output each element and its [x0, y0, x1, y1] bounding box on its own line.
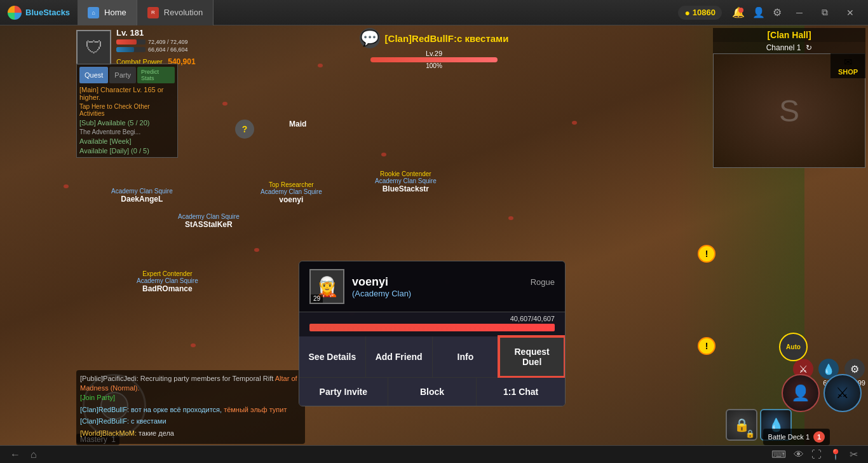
- see-details-button[interactable]: See Details: [299, 336, 365, 377]
- rose-petal: [508, 216, 513, 220]
- popup-hp-bar-fill: [309, 324, 555, 331]
- hp-row: 72,409 / 72,409: [116, 39, 193, 45]
- close-button[interactable]: ✕: [843, 5, 858, 20]
- taskbar-left: ← ⌂: [0, 449, 37, 460]
- chat-public-text: [Public]PacificJedi: Recruiting party me…: [80, 375, 275, 382]
- maximize-button[interactable]: ⧉: [817, 5, 832, 20]
- chat-world-sender: [World]BlackMoM:: [80, 429, 137, 437]
- popup-class: Rogue: [531, 277, 555, 287]
- titlebar-right: ● 10860 🔔 👤 ⚙ ─ ⧉ ✕: [678, 5, 868, 20]
- popup-buttons-row2: Party Invite Block 1:1 Chat: [299, 378, 565, 406]
- mp-text: 66,604 / 66,604: [148, 46, 193, 53]
- taskbar-scissors-icon[interactable]: ✂: [850, 448, 858, 460]
- titlebar-icons: 🔔 👤 ⚙: [732, 6, 782, 18]
- skill-slot-1[interactable]: 🔒🔒: [726, 409, 757, 441]
- chat-area: [Public]PacificJedi: Recruiting party me…: [76, 370, 305, 444]
- taskbar-home-icon[interactable]: ⌂: [31, 449, 37, 460]
- taskbar-expand-icon[interactable]: ⛶: [811, 449, 822, 460]
- chat-bubble-icon: 💬: [360, 28, 380, 48]
- account-icon[interactable]: 👤: [752, 6, 765, 18]
- party-invite-button[interactable]: Party Invite: [299, 378, 388, 406]
- warning-icon-1[interactable]: !: [698, 245, 715, 263]
- quest-tap-here[interactable]: Tap Here to Check Other Activities: [79, 103, 175, 117]
- chat-line-3: [Clan]RedBullF: с квестами: [80, 417, 301, 426]
- world-char-maid: Maid: [289, 120, 306, 128]
- block-button[interactable]: Block: [388, 378, 477, 406]
- quest-item-sub[interactable]: [Sub] Available (5 / 20): [79, 119, 175, 127]
- top-level-label: Lv.29: [426, 50, 442, 57]
- question-mark-icon: ?: [235, 120, 254, 139]
- popup-hp-area: 40,607/40,607: [299, 312, 565, 336]
- lock-icon-1: 🔒: [745, 429, 755, 438]
- notification-icon[interactable]: 🔔: [732, 6, 745, 18]
- game-area[interactable]: 🛡 Lv. 181 72,409 / 72,409 66,604 / 66,60…: [0, 25, 868, 463]
- add-friend-button[interactable]: Add Friend: [366, 336, 432, 377]
- shop-area[interactable]: ✉ SHOP: [831, 53, 865, 78]
- tab-home-label: Home: [104, 8, 126, 17]
- notif-dot: [738, 8, 743, 13]
- taskbar-right: ⌨ 👁 ⛶ 📍 ✂: [771, 448, 868, 460]
- clan-hall-title: [Clan Hall]: [713, 28, 865, 42]
- battle-deck-label: Battle Deck 1: [768, 433, 810, 441]
- taskbar-keyboard-icon[interactable]: ⌨: [771, 448, 786, 460]
- world-char-badromance: Expert Contender Academy Clan Squire Bad…: [137, 270, 198, 293]
- shop-icon: ✉: [844, 57, 852, 67]
- popup-char-name: voenyi: [352, 275, 388, 289]
- popup-name-area: voenyi Rogue (Academy Clan): [352, 275, 555, 298]
- points-value: 10860: [693, 8, 715, 17]
- quest-tab-party[interactable]: Party: [109, 67, 136, 83]
- rose-petal: [254, 248, 259, 252]
- chat-line-2: [Clan]RedBullF: вот на орке всё проходит…: [80, 405, 301, 415]
- warning-icon-2[interactable]: !: [698, 337, 715, 355]
- chat-clan-sender-2: [Clan]RedBullF:: [80, 417, 129, 425]
- home-tab-icon: ⌂: [88, 7, 99, 18]
- quest-panel: Quest Party Predict Stats [Main] Charact…: [76, 64, 178, 158]
- chat-world-text: такие дела: [139, 429, 174, 437]
- battle-deck[interactable]: Battle Deck 1 1: [763, 429, 830, 445]
- popup-level: 29: [311, 294, 323, 303]
- bluestacks-logo-icon: [8, 6, 22, 20]
- popup-clan-name: (Academy Clan): [352, 289, 555, 298]
- rose-petal: [64, 184, 69, 188]
- quest-item-main[interactable]: [Main] Character Lv. 165 or higher.: [79, 86, 175, 101]
- settings-icon[interactable]: ⚙: [773, 6, 782, 18]
- player-shield-icon: 🛡: [85, 37, 103, 58]
- info-button[interactable]: Info: [433, 336, 499, 377]
- popup-avatar: 🧝 29: [309, 269, 344, 304]
- request-duel-button[interactable]: Request Duel: [499, 336, 565, 377]
- char-icon-1: 👤: [782, 374, 820, 412]
- quest-avail-week[interactable]: Available [Week]: [79, 137, 175, 145]
- taskbar-eye-icon[interactable]: 👁: [794, 449, 804, 460]
- refresh-icon[interactable]: ↻: [806, 43, 812, 52]
- mp-bar-bg: [116, 47, 146, 52]
- taskbar-location-icon[interactable]: 📍: [829, 448, 842, 460]
- quest-avail-daily[interactable]: Available [Daily] (0 / 5): [79, 147, 175, 155]
- taskbar-back-icon[interactable]: ←: [10, 449, 20, 460]
- char-skill-area: 👤 ⚔: [782, 374, 862, 412]
- mp-bar-fill: [116, 47, 134, 52]
- battle-deck-badge: 1: [813, 431, 825, 443]
- tab-home[interactable]: ⌂ Home: [78, 0, 137, 25]
- rose-petal: [381, 153, 386, 156]
- points-badge: ● 10860: [678, 6, 722, 20]
- tab-revolution[interactable]: R Revolution: [137, 0, 214, 25]
- player-hud: 🛡 Lv. 181 72,409 / 72,409 66,604 / 66,60…: [76, 28, 196, 67]
- top-player-name: [Clan]RedBullF:с квестами: [385, 33, 509, 44]
- exp-percent: 100%: [426, 62, 442, 69]
- chat-line-4: [World]BlackMoM: такие дела: [80, 429, 301, 438]
- quest-adventure[interactable]: The Adventure Begi...: [79, 128, 175, 135]
- compass-icon: S: [779, 93, 799, 128]
- world-char-voenyi-world: Top Researcher Academy Clan Squire voeny…: [261, 181, 322, 204]
- quest-items: [Main] Character Lv. 165 or higher. Tap …: [79, 86, 175, 155]
- popup-name-row: voenyi Rogue: [352, 275, 555, 289]
- minimize-button[interactable]: ─: [792, 5, 807, 20]
- quest-tab-quest[interactable]: Quest: [79, 67, 108, 83]
- quest-tab-predict[interactable]: Predict Stats: [137, 67, 175, 83]
- exp-bar-bg: [370, 57, 498, 62]
- popup-hp-text: 40,607/40,607: [309, 315, 555, 322]
- game-tab-icon: R: [147, 7, 159, 18]
- auto-button[interactable]: Auto: [779, 333, 808, 361]
- chat-line-1: [Public]PacificJedi: Recruiting party me…: [80, 374, 301, 403]
- chat-join-party[interactable]: [Join Party]: [80, 394, 115, 401]
- chat-1-1-button[interactable]: 1:1 Chat: [477, 378, 565, 406]
